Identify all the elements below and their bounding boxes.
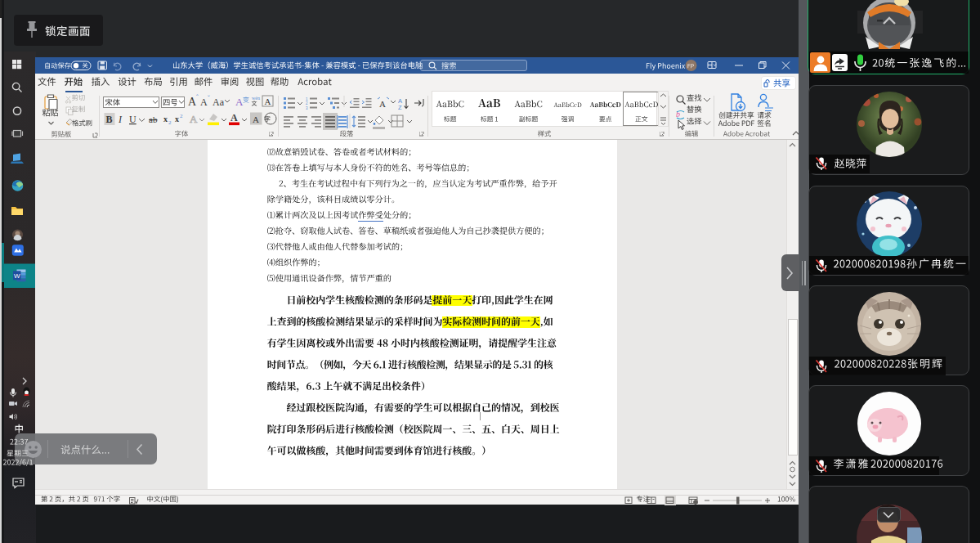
svg-text:x: x — [175, 114, 179, 123]
svg-text:2: 2 — [306, 101, 308, 105]
svg-text:2: 2 — [168, 119, 172, 126]
svg-text:A: A — [200, 96, 208, 108]
svg-text:A: A — [230, 112, 238, 123]
svg-text:Aa: Aa — [213, 96, 225, 108]
svg-text:2: 2 — [180, 113, 183, 119]
svg-text:3: 3 — [306, 106, 308, 110]
svg-text:B: B — [106, 114, 113, 125]
svg-text:Z: Z — [398, 104, 402, 111]
svg-text:A: A — [379, 99, 386, 109]
svg-text:ab: ab — [149, 114, 158, 124]
svg-text:A: A — [265, 96, 271, 106]
svg-text:U: U — [129, 114, 136, 125]
svg-text:ˆ: ˆ — [196, 94, 199, 101]
svg-text:A: A — [235, 96, 244, 108]
svg-text:x: x — [163, 114, 168, 123]
svg-text:I: I — [118, 114, 123, 125]
svg-text:A: A — [190, 113, 198, 125]
svg-text:ˇ: ˇ — [208, 95, 210, 102]
svg-text:W: W — [14, 272, 20, 280]
svg-text:1: 1 — [306, 97, 308, 101]
svg-text:A: A — [253, 114, 259, 124]
svg-text:wén: wén — [252, 96, 260, 101]
